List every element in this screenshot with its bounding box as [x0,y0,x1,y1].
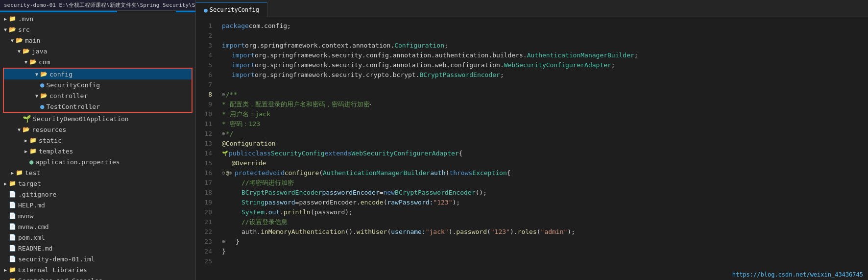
ln-25: 25 [196,256,218,266]
tree-item-mvn[interactable]: ▶ 📁 .mvn [0,13,195,24]
tree-label-controller: controller [49,92,88,100]
folder-open-icon: 📂 [23,48,30,54]
ln-16: 16 [196,168,218,178]
tree-item-gitignore[interactable]: 📄 .gitignore [0,189,195,200]
code-line-21: //设置登录信息 [222,217,868,227]
ln-7: 7 [196,80,218,90]
tree-item-src[interactable]: ▼ 📂 src [0,24,195,35]
tree-label-target: target [18,180,41,187]
chevron-icon: ▶ [2,278,9,280]
project-header: security-demo-01 E:\全栈工程师课程\新建文件夹\Spring… [0,0,195,11]
ln-8: 8 [196,90,218,100]
folder-icon: 📁 [9,15,16,22]
tree-label-test: test [25,169,40,177]
ln-4: 4 [196,51,218,60]
folder-icon: 📁 [9,266,16,273]
ln-17: 17 [196,178,218,188]
tab-security-config[interactable]: ● SecurityConfig [196,2,267,17]
tree-item-java[interactable]: ▼ 📂 java [0,46,195,56]
tree-item-templates[interactable]: ▶ 📁 templates [0,146,195,156]
tree-item-app-properties[interactable]: ● application.properties [0,156,195,167]
folder-icon: 📁 [9,277,16,280]
tree-item-resources[interactable]: ▼ 📂 resources [0,124,195,135]
code-line-3: import org.springframework.context.annot… [222,41,868,51]
code-line-15: @Override [222,158,868,168]
chevron-icon: ▶ [2,181,9,186]
chevron-icon: ▼ [9,38,16,43]
chevron-icon: ▶ [23,138,29,143]
ln-14: 14 [196,149,218,158]
code-line-18: BCryptPasswordEncoder passwordEncoder = … [222,188,868,198]
chevron-icon: ▼ [2,27,9,32]
chevron-icon: ▼ [23,59,29,65]
tree-item-mvnw[interactable]: 📄 mvnw [0,210,195,221]
tree-item-app[interactable]: 🌱 SecurityDemo01Application [0,113,195,124]
file-icon: 📄 [9,223,16,230]
tree-item-scratches[interactable]: ▶ 📁 Scratches and Consoles [0,275,195,280]
code-lines[interactable]: package com.config; import org.springfra… [218,17,868,280]
chevron-icon: ▶ [2,267,9,273]
code-line-5: import org.springframework.security.conf… [222,60,868,70]
tree-item-readme[interactable]: 📄 README.md [0,243,195,254]
tree-label-help: HELP.md [18,202,45,209]
prop-icon: ● [29,158,33,166]
folder-icon: 📁 [29,137,37,144]
tree-label-app-properties: application.properties [35,158,120,166]
java-class-icon: ● [40,81,44,89]
tree-label-mvn: .mvn [18,15,33,23]
file-tree-panel: security-demo-01 E:\全栈工程师课程\新建文件夹\Spring… [0,0,196,280]
file-tree[interactable]: ▶ 📁 .mvn ▼ 📂 src ▼ 📂 main ▼ 📂 java ▼ [0,12,195,280]
tree-item-pom[interactable]: 📄 pom.xml [0,232,195,243]
tree-item-target[interactable]: ▶ 📁 target [0,178,195,189]
tree-item-config[interactable]: ▼ 📂 config [4,69,192,79]
ln-12: 12 [196,129,218,139]
file-icon: 📄 [9,191,16,198]
code-line-2 [222,31,868,41]
tree-item-iml[interactable]: 📄 security-demo-01.iml [0,254,195,264]
tree-item-mvnw-cmd[interactable]: 📄 mvnw.cmd [0,221,195,232]
ln-9: 9 [196,100,218,109]
ln-15: 15 [196,158,218,168]
ln-10: 10 [196,109,218,119]
code-content-area[interactable]: 1 2 3 4 5 6 7 8 9 10 11 12 13 14 15 16 1… [196,17,868,280]
ln-24: 24 [196,247,218,256]
code-editor: ● SecurityConfig 1 2 3 4 5 6 7 8 9 10 11… [196,0,868,280]
code-line-23: ⊕ } [222,237,868,247]
code-line-8: ⊖ /** [222,90,868,100]
tree-item-test[interactable]: ▶ 📁 test [0,167,195,178]
java-class-icon: ● [40,102,44,110]
tree-item-security-config[interactable]: ● SecurityConfig [4,79,192,90]
file-icon: 📄 [9,202,16,208]
tree-item-ext-libs[interactable]: ▶ 📁 External Libraries [0,264,195,275]
chevron-icon: ▼ [16,127,23,132]
tree-item-test-controller[interactable]: ● TestController [4,101,192,112]
ln-2: 2 [196,31,218,41]
line-numbers: 1 2 3 4 5 6 7 8 9 10 11 12 13 14 15 16 1… [196,17,218,280]
tree-item-controller[interactable]: ▼ 📂 controller [4,90,192,101]
tree-item-static[interactable]: ▶ 📁 static [0,135,195,146]
code-line-20: System . out . println (password); [222,207,868,217]
ln-11: 11 [196,119,218,129]
tree-label-test-controller: TestController [46,103,100,110]
ln-23: 23 [196,237,218,247]
tree-label-config: config [49,71,72,78]
spring-icon: 🌱 [23,115,31,123]
ln-20: 20 [196,207,218,217]
project-title: security-demo-01 E:\全栈工程师课程\新建文件夹\Spring… [4,1,195,9]
code-line-10: * 用户名：jack [222,109,868,119]
tree-item-help[interactable]: 📄 HELP.md [0,200,195,210]
tree-item-com[interactable]: ▼ 📂 com [0,56,195,67]
tree-label-java: java [32,48,47,55]
folder-open-icon: 📂 [23,126,30,133]
code-line-12: ⊕ */ [222,129,868,139]
tree-label-mvnw: mvnw [18,212,33,220]
tab-label: SecurityConfig [210,6,259,13]
tree-label-static: static [39,137,62,144]
tree-item-main[interactable]: ▼ 📂 main [0,35,195,46]
code-line-6: import org.springframework.security.cryp… [222,70,868,80]
folder-open-icon: 📂 [16,37,23,44]
code-line-24: } [222,247,868,256]
tree-label-ext-libs: External Libraries [18,266,87,274]
iml-icon: 📄 [9,255,16,262]
code-line-17: //将密码进行加密 [222,178,868,188]
